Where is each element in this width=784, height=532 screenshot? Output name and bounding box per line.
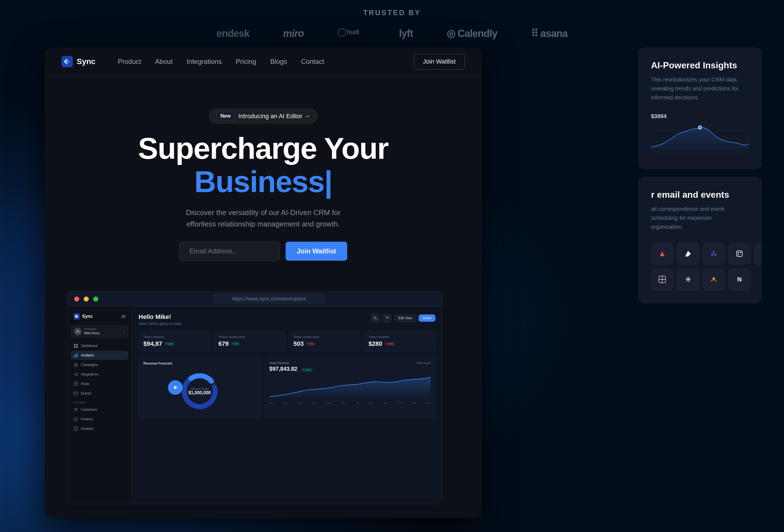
app-layout: Sync [67, 307, 442, 504]
svg-line-38 [376, 319, 377, 320]
right-side-cards: AI-Powered Insights This revolutionizes … [638, 48, 762, 303]
sidebar-others-title: OTHERS [71, 398, 128, 405]
workspace-label: Workspace [84, 328, 120, 330]
stat-card-closed-deals-value-row: 503 + 2% [293, 340, 356, 347]
integration-icon-7[interactable] [702, 268, 725, 291]
sidebar-workspace[interactable]: Workspace Mike Ross ⌄ [71, 325, 128, 338]
trusted-logo-asana: ⠿ asana [531, 28, 567, 39]
play-button[interactable] [168, 380, 183, 395]
sidebar-item-dashboard[interactable]: Dashboard [71, 341, 128, 350]
integration-icon-5[interactable] [651, 268, 673, 291]
revenue-forecast-panel: Revenue Forecast January Goals $1,000,00… [139, 357, 261, 418]
main-content: Hello Mike! Here's what's going on today [132, 307, 442, 504]
nav-logo: Sync [62, 56, 95, 67]
trusted-logo-miro: miro [283, 28, 304, 39]
edit-view-button[interactable]: Edit View [394, 314, 416, 322]
workspace-chevron-icon: ⌄ [122, 330, 125, 334]
sidebar-item-campaigns[interactable]: Campaigns [71, 360, 128, 369]
sidebar-header: Sync [71, 311, 128, 322]
donut-goal-value: $1,000,000 [189, 390, 211, 395]
browser-dot-yellow [84, 297, 89, 302]
ai-insights-chart-value: $3894 [651, 113, 749, 119]
stat-card-revenue: Today's revenue $94,87 + 12% [139, 331, 210, 352]
integration-icon-3[interactable] [728, 243, 751, 265]
hero-join-waitlist-button[interactable]: Join Waitlist [286, 242, 347, 261]
dashboard-icon [74, 343, 78, 348]
yearly-revenue-badge: + 7.2% [301, 368, 312, 372]
svg-rect-12 [74, 355, 75, 357]
svg-point-29 [75, 408, 76, 410]
integration-icon-0[interactable]: ▲ [651, 243, 673, 265]
sidebar-item-dashboard-label: Dashboard [81, 344, 97, 348]
browser-chrome-bar: https://www.sync.com/workspace [67, 291, 442, 307]
invoices-icon [74, 426, 78, 431]
sidebar-item-analytics-label: Analytics [81, 353, 94, 357]
hero-title-line1: Supercharge Your [138, 132, 388, 165]
trusted-logo-zendesk: endesk [217, 28, 250, 39]
stat-card-created-deals-value: 679 [218, 340, 229, 347]
browser-dot-green [93, 297, 98, 302]
sidebar-item-finance[interactable]: $ Finance [71, 415, 128, 424]
nav-link-about[interactable]: About [155, 58, 173, 65]
dashboard-actions: Edit View Share [370, 313, 436, 323]
yearly-revenue-header: Yearly Revenue $97,843.82 + 7.2% View re… [269, 362, 431, 372]
finance-icon: $ [74, 417, 78, 421]
email-events-title: r email and events [651, 190, 749, 200]
hero-badge-new-label: New [216, 112, 235, 120]
donut-goal-label: January Goals [189, 387, 211, 390]
sidebar-item-integrations[interactable]: Integrations [71, 370, 128, 379]
nav-link-integrations[interactable]: Integrations [187, 58, 222, 65]
insights-line-chart [651, 122, 749, 156]
svg-point-50 [713, 253, 714, 254]
nav-join-waitlist-button[interactable]: Join Waitlist [414, 54, 465, 69]
stat-card-expense-value: $280 [368, 340, 382, 347]
svg-rect-4 [121, 315, 125, 315]
sidebar-item-events[interactable]: Events [71, 389, 128, 398]
svg-rect-14 [77, 353, 78, 357]
svg-point-47 [713, 251, 715, 253]
sidebar-item-invoices[interactable]: Invoices [71, 424, 128, 433]
integration-icon-6[interactable]: ✳ [677, 268, 699, 291]
nav-logo-text: Sync [77, 57, 95, 66]
svg-rect-53 [740, 252, 741, 253]
sidebar-item-customers[interactable]: Customers [71, 405, 128, 414]
stat-card-revenue-value: $94,87 [143, 340, 162, 347]
svg-point-17 [77, 373, 78, 374]
view-report-link[interactable]: View report [417, 362, 431, 365]
email-events-card: r email and events ail correspondence an… [638, 177, 762, 303]
stat-card-closed-deals-value: 503 [293, 340, 304, 347]
nav-link-blogs[interactable]: Blogs [270, 58, 287, 65]
svg-rect-13 [75, 354, 76, 357]
ai-insights-chart-area: $3894 [651, 113, 749, 157]
posts-icon [74, 382, 78, 386]
integration-icon-8[interactable]: N [728, 268, 751, 291]
stat-card-expense-label: Today's expense [368, 335, 431, 338]
nav-link-pricing[interactable]: Pricing [236, 58, 256, 65]
integration-icon-2[interactable] [702, 243, 725, 265]
sidebar-item-posts[interactable]: Posts [71, 380, 128, 388]
integration-icon-1[interactable] [677, 243, 699, 265]
hero-email-input[interactable] [179, 241, 280, 261]
hero-badge-text: Introducing an AI Editor → [238, 113, 310, 120]
search-action-button[interactable] [370, 313, 380, 323]
nav-link-product[interactable]: Product [118, 58, 141, 65]
svg-rect-8 [74, 344, 76, 345]
svg-rect-10 [74, 346, 76, 348]
yearly-revenue-panel: Yearly Revenue $97,843.82 + 7.2% View re… [264, 357, 436, 418]
trusted-logo-hudl: hudl [337, 27, 365, 40]
sidebar-item-analytics[interactable]: Analytics [71, 351, 128, 360]
nav-link-contact[interactable]: Contact [301, 58, 324, 65]
stat-card-revenue-value-row: $94,87 + 12% [143, 340, 205, 347]
revenue-forecast-title: Revenue Forecast [143, 362, 256, 365]
stat-card-created-deals: Today's created deals 679 + 2% [214, 331, 285, 352]
workspace-name: Mike Ross [84, 331, 100, 335]
search-icon [373, 316, 377, 320]
refresh-icon [385, 316, 389, 320]
sidebar-logo-text: Sync [82, 314, 93, 319]
integration-icon-4[interactable] [754, 243, 762, 265]
svg-rect-6 [121, 317, 125, 318]
refresh-action-button[interactable] [382, 313, 392, 323]
stat-card-created-deals-badge: + 2% [231, 342, 240, 346]
trusted-label: TRUSTED BY [363, 8, 421, 17]
share-button[interactable]: Share [419, 314, 436, 322]
